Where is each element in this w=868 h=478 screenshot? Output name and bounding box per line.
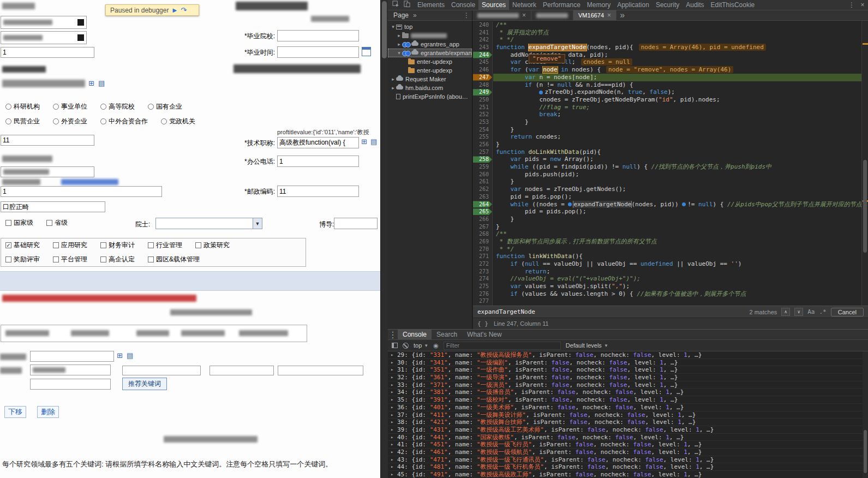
live-expression-eye-icon[interactable]: ◉	[433, 342, 439, 349]
console-context-selector[interactable]: top ▼	[414, 342, 428, 349]
grad-school-field[interactable]	[277, 30, 359, 41]
gutter-line-253[interactable]: 253	[473, 118, 492, 126]
expand-arrow-icon[interactable]: ▸	[391, 389, 393, 396]
postal-code-field[interactable]	[277, 186, 359, 197]
research-checkbox-3[interactable]: 财务审计	[100, 241, 135, 250]
delete-button[interactable]: 删除	[37, 406, 59, 418]
redacted-input-3[interactable]	[1, 166, 94, 177]
gutter-line-254[interactable]: 254	[473, 126, 492, 134]
org-type-radio-b-1[interactable]: 民营企业	[5, 117, 40, 126]
org-type-radio-3[interactable]: 高等院校	[100, 102, 135, 111]
drawer-tab-console[interactable]: Console	[398, 330, 432, 339]
gutter-line-241[interactable]: 241	[473, 29, 492, 37]
tree-item-enter-updexp[interactable]: enter-updexp	[388, 66, 472, 75]
org-type-radio-b-4[interactable]: 党政机关	[161, 117, 195, 126]
gutter-line-271[interactable]: 271	[473, 253, 492, 260]
search-cancel-button[interactable]: Cancel	[831, 308, 864, 316]
academician-select[interactable]: ▼	[155, 218, 262, 229]
redacted-input-4[interactable]	[30, 365, 111, 375]
gutter-line-266[interactable]: 266	[473, 216, 492, 223]
expand-arrow-icon[interactable]: ▸	[391, 434, 393, 441]
gutter-line-256[interactable]: 256	[473, 141, 492, 148]
devtools-tab-application[interactable]: Application	[614, 0, 653, 10]
detail-view-icon[interactable]: ▤	[127, 352, 133, 359]
gutter-line-260[interactable]: 260	[473, 171, 492, 178]
tech-title-field[interactable]	[277, 137, 359, 148]
expand-arrow-icon[interactable]: ▸	[391, 426, 393, 434]
tree-arrow-icon[interactable]: ▾	[396, 50, 402, 56]
gutter-line-270[interactable]: 270	[473, 246, 492, 253]
org-type-radio-2[interactable]: 事业单位	[53, 102, 87, 111]
gutter-line-267[interactable]: 267	[473, 223, 492, 231]
gutter-line-268[interactable]: 268	[473, 230, 492, 238]
gutter-line-240[interactable]: 240	[473, 21, 492, 29]
recommend-keywords-button[interactable]: 推荐关键词	[122, 378, 167, 390]
research-checkbox-5[interactable]: 政策研究	[195, 241, 230, 250]
gutter-line-269[interactable]: 269	[473, 238, 492, 246]
gutter-line-242[interactable]: 242	[473, 36, 492, 44]
redacted-input-2[interactable]	[1, 31, 87, 44]
console-scrollbar[interactable]	[863, 351, 868, 478]
doctoral-field[interactable]	[334, 218, 378, 229]
tree-arrow-icon[interactable]: ▸	[390, 76, 396, 82]
previous-match-icon[interactable]: ∧	[781, 308, 790, 316]
gutter-line-273[interactable]: 273	[473, 268, 492, 276]
console-sidebar-icon[interactable]	[392, 343, 398, 348]
org-type-radio-4[interactable]: 国有企业	[148, 102, 182, 111]
console-log-row-41[interactable]: ▸41: {id: "451", name: "教授级一级飞行员", isPar…	[388, 441, 863, 449]
console-log-row-45[interactable]: ▸45: {id: "491", name: "教授级高级政工师", isPar…	[388, 471, 863, 478]
console-log-row-39[interactable]: ▸39: {id: "431", name: "教授级高级工艺美术师", isP…	[388, 426, 863, 434]
wide-numeric-field[interactable]	[1, 186, 162, 197]
redacted-link[interactable]	[61, 179, 118, 185]
console-scrollbar-thumb[interactable]	[864, 430, 867, 473]
expand-arrow-icon[interactable]: ▸	[391, 411, 393, 419]
org-type-radio-1[interactable]: 科研机构	[5, 102, 40, 111]
clear-console-icon[interactable]	[403, 343, 409, 349]
devtools-tab-performance[interactable]: Performance	[540, 0, 584, 10]
console-log-row-36[interactable]: ▸36: {id: "401", name: "一级美术师", isParent…	[388, 404, 863, 411]
console-log-row-40[interactable]: ▸40: {id: "441", name: "国家级教练", isParent…	[388, 434, 863, 441]
gutter-line-276[interactable]: 276	[473, 290, 492, 298]
gutter-line-255[interactable]: 255	[473, 133, 492, 141]
gutter-line-247[interactable]: 247	[473, 74, 492, 81]
picker-button-icon[interactable]	[77, 19, 84, 26]
devtools-tab-audits[interactable]: Audits	[683, 0, 707, 10]
gutter-line-261[interactable]: 261	[473, 178, 492, 186]
editor-scrollbar[interactable]	[861, 21, 868, 306]
keyword-field-1[interactable]	[122, 366, 201, 375]
tree-item-egrantweb-expman-[interactable]: ▾egrantweb/expman…	[388, 49, 472, 57]
close-tab-icon[interactable]: ×	[522, 11, 526, 19]
chevron-down-icon[interactable]: ▼	[253, 218, 262, 229]
expand-arrow-icon[interactable]: ▸	[391, 366, 393, 374]
expand-arrow-icon[interactable]: ▸	[391, 471, 393, 478]
page-scrollbar[interactable]	[380, 0, 388, 478]
file-tab-vm16674[interactable]: VM16674 ×	[573, 10, 616, 20]
tree-arrow-icon[interactable]: ▸	[396, 41, 402, 47]
console-log-row-37[interactable]: ▸37: {id: "411", name: "一级舞美设计师", isPare…	[388, 411, 863, 419]
tree-select-icon[interactable]: ⊞	[361, 138, 367, 145]
research-checkbox-4[interactable]: 行业管理	[148, 241, 182, 250]
expand-arrow-icon[interactable]: ▸	[391, 463, 393, 471]
gutter-line-262[interactable]: 262	[473, 186, 492, 193]
grad-time-field[interactable]	[277, 46, 359, 58]
expand-arrow-icon[interactable]: ▸	[391, 351, 393, 359]
detail-view-icon[interactable]: ▤	[370, 138, 377, 145]
console-log-row-42[interactable]: ▸42: {id: "461", name: "教授级一级领航员", isPar…	[388, 449, 863, 456]
gutter-line-257[interactable]: 257	[473, 148, 492, 156]
gutter-line-245[interactable]: 245	[473, 58, 492, 66]
tree-item-egrantres_app[interactable]: ▸egrantres_app	[388, 40, 472, 49]
tree-item-enter-updexp[interactable]: enter-updexp	[388, 57, 472, 66]
calendar-icon[interactable]	[362, 47, 371, 56]
regex-toggle[interactable]: .*	[819, 308, 827, 315]
tree-arrow-icon[interactable]: ▸	[396, 33, 402, 38]
keyword-field-4[interactable]	[30, 379, 111, 390]
gutter-line-251[interactable]: 251	[473, 104, 492, 111]
search-query-input[interactable]: expandTargetNode	[477, 308, 745, 315]
keyword-field-3[interactable]	[278, 366, 363, 375]
devtools-tab-security[interactable]: Security	[653, 0, 683, 10]
console-log-row-33[interactable]: ▸33: {id: "371", name: "一级演员", isParent:…	[388, 381, 863, 389]
tree-item-hm.baidu.com[interactable]: ▸hm.baidu.com	[388, 83, 472, 92]
devtools-tab-editthiscookie[interactable]: EditThisCookie	[708, 0, 758, 10]
console-log-row-43[interactable]: ▸43: {id: "471", name: "教授级一级飞行通讯员", isP…	[388, 456, 863, 464]
console-levels-dropdown[interactable]: Default levels ▼	[566, 342, 608, 349]
